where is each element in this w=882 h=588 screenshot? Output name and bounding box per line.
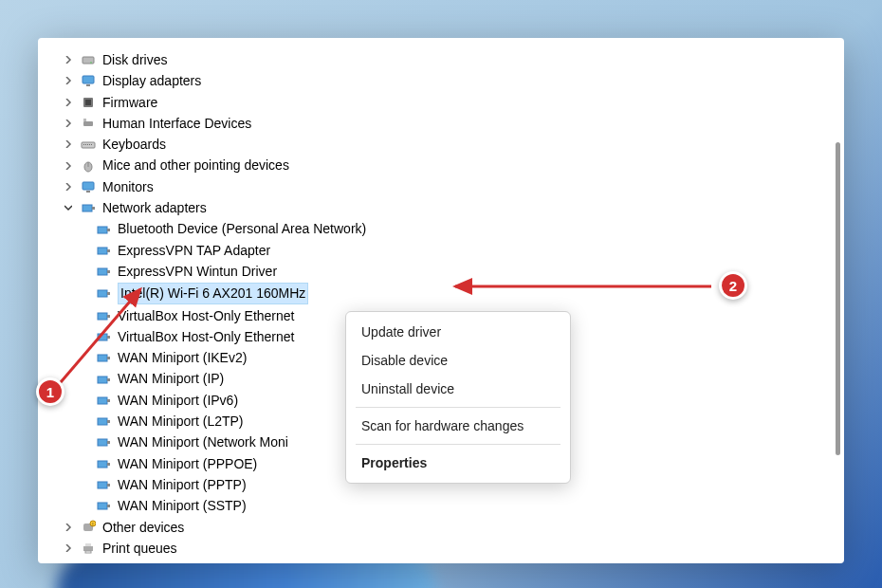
device-label: WAN Miniport (SSTP) xyxy=(118,496,247,515)
chevron-right-icon[interactable] xyxy=(63,138,74,150)
svg-rect-24 xyxy=(98,268,107,275)
svg-point-1 xyxy=(90,62,92,64)
svg-rect-35 xyxy=(107,378,110,381)
svg-rect-42 xyxy=(98,461,107,468)
other-devices-icon: ! xyxy=(80,519,97,536)
chevron-right-icon[interactable] xyxy=(63,522,74,533)
network-adapter-icon xyxy=(95,413,112,430)
svg-rect-33 xyxy=(107,357,110,359)
category-label: Network adapters xyxy=(102,198,207,217)
device-label: VirtualBox Host-Only Ethernet xyxy=(118,327,295,346)
device-label: ExpressVPN Wintun Driver xyxy=(118,262,277,281)
svg-rect-29 xyxy=(107,315,110,318)
svg-rect-32 xyxy=(98,355,107,361)
svg-rect-6 xyxy=(83,121,93,126)
menu-properties[interactable]: Properties xyxy=(346,449,570,477)
device-label: WAN Miniport (IP) xyxy=(118,369,224,388)
annotation-number: 1 xyxy=(46,384,54,400)
chevron-right-icon[interactable] xyxy=(63,542,74,554)
svg-rect-40 xyxy=(98,439,107,446)
svg-rect-18 xyxy=(83,205,92,211)
category-mice[interactable]: Mice and other pointing devices xyxy=(63,155,838,175)
svg-rect-5 xyxy=(85,100,91,105)
category-keyboards[interactable]: Keyboards xyxy=(63,134,838,155)
scrollbar-thumb[interactable] xyxy=(836,142,840,455)
menu-scan-hardware[interactable]: Scan for hardware changes xyxy=(346,412,570,440)
device-label: Intel(R) Wi-Fi 6 AX201 160MHz xyxy=(118,283,308,303)
network-adapter-icon xyxy=(80,199,97,216)
svg-rect-2 xyxy=(83,76,94,83)
svg-rect-13 xyxy=(91,144,92,145)
device-tree: Disk drives Display adapters Firmware xyxy=(38,38,844,563)
svg-rect-23 xyxy=(107,249,110,252)
category-processors[interactable]: Processors xyxy=(63,559,838,563)
category-hid[interactable]: Human Interface Devices xyxy=(63,113,838,134)
category-label: Monitors xyxy=(102,177,154,196)
svg-rect-45 xyxy=(107,484,110,487)
svg-rect-43 xyxy=(107,463,110,466)
chevron-right-icon[interactable] xyxy=(63,75,74,86)
svg-rect-9 xyxy=(83,144,84,145)
firmware-icon xyxy=(80,94,97,111)
svg-rect-19 xyxy=(92,207,95,210)
svg-rect-27 xyxy=(107,292,110,295)
device-wan-sstp[interactable]: WAN Miniport (SSTP) xyxy=(63,495,838,516)
network-adapter-icon xyxy=(95,455,112,472)
menu-disable-device[interactable]: Disable device xyxy=(346,346,570,375)
svg-rect-3 xyxy=(86,84,90,86)
svg-rect-11 xyxy=(87,144,88,145)
svg-rect-17 xyxy=(86,191,90,193)
network-adapter-icon xyxy=(95,285,112,302)
chevron-right-icon[interactable] xyxy=(63,160,74,172)
category-label: Keyboards xyxy=(102,135,166,154)
chevron-down-icon[interactable] xyxy=(63,202,74,213)
svg-rect-7 xyxy=(83,119,86,121)
svg-rect-12 xyxy=(89,144,90,145)
category-network-adapters[interactable]: Network adapters xyxy=(63,197,838,218)
category-label: Firmware xyxy=(102,93,157,112)
annotation-badge-2: 2 xyxy=(719,271,747,300)
svg-rect-51 xyxy=(83,546,93,551)
category-label: Mice and other pointing devices xyxy=(102,156,289,175)
device-label: WAN Miniport (IPv6) xyxy=(118,391,238,410)
chevron-right-icon[interactable] xyxy=(63,181,74,193)
svg-text:!: ! xyxy=(92,521,93,526)
network-adapter-icon xyxy=(95,433,112,450)
category-label: Human Interface Devices xyxy=(102,114,251,133)
network-adapter-icon xyxy=(95,242,112,259)
category-display-adapters[interactable]: Display adapters xyxy=(63,70,838,91)
chevron-right-icon[interactable] xyxy=(63,118,74,129)
svg-rect-47 xyxy=(107,505,110,507)
menu-uninstall-device[interactable]: Uninstall device xyxy=(346,375,570,403)
category-label: Processors xyxy=(102,560,169,563)
device-expressvpn-tap[interactable]: ExpressVPN TAP Adapter xyxy=(63,240,838,261)
device-label: ExpressVPN TAP Adapter xyxy=(118,241,270,260)
processor-icon xyxy=(80,560,97,563)
svg-rect-44 xyxy=(98,482,107,488)
category-monitors[interactable]: Monitors xyxy=(63,176,838,197)
category-print-queues[interactable]: Print queues xyxy=(63,538,838,559)
svg-rect-0 xyxy=(83,57,94,64)
context-menu: Update driver Disable device Uninstall d… xyxy=(345,311,571,484)
category-label: Display adapters xyxy=(102,71,201,90)
network-adapter-icon xyxy=(95,476,112,493)
chevron-right-icon[interactable] xyxy=(63,97,74,108)
menu-update-driver[interactable]: Update driver xyxy=(346,318,570,346)
svg-rect-21 xyxy=(107,229,110,231)
chevron-right-icon[interactable] xyxy=(63,54,74,65)
keyboard-icon xyxy=(80,136,97,153)
device-label: WAN Miniport (PPPOE) xyxy=(118,454,257,473)
network-adapter-icon xyxy=(95,497,112,514)
svg-rect-41 xyxy=(107,441,110,444)
menu-separator xyxy=(356,444,560,445)
category-firmware[interactable]: Firmware xyxy=(63,92,838,113)
network-adapter-icon xyxy=(95,371,112,388)
annotation-number: 2 xyxy=(729,278,737,294)
category-other-devices[interactable]: ! Other devices xyxy=(63,517,838,538)
svg-rect-20 xyxy=(98,227,107,233)
device-manager-window: Disk drives Display adapters Firmware xyxy=(38,38,844,563)
device-label: WAN Miniport (IKEv2) xyxy=(118,348,247,367)
device-bluetooth-pan[interactable]: Bluetooth Device (Personal Area Network) xyxy=(63,218,838,239)
category-disk-drives[interactable]: Disk drives xyxy=(63,49,838,70)
network-adapter-icon xyxy=(95,307,112,324)
